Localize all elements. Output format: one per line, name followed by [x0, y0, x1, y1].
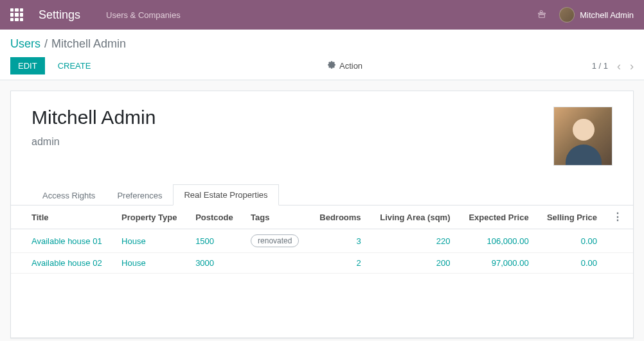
control-panel: Users / Mitchell Admin EDIT CREATE Actio…	[0, 30, 644, 80]
properties-table: Title Property Type Postcode Tags Bedroo…	[11, 205, 633, 338]
kebab-icon[interactable]: ⋮	[613, 211, 623, 222]
table-wrap: Title Property Type Postcode Tags Bedroo…	[11, 205, 633, 338]
col-living-area[interactable]: Living Area (sqm)	[369, 205, 458, 229]
avatar-image[interactable]	[553, 107, 613, 166]
cell-postcode: 1500	[188, 229, 243, 253]
cell-selling: 0.00	[537, 253, 605, 274]
nav-users-companies[interactable]: Users & Companies	[106, 10, 181, 20]
apps-icon[interactable]	[10, 8, 23, 21]
cell-tags	[243, 253, 310, 274]
table-row[interactable]: Available house 02 House 3000 2 200 97,0…	[11, 253, 633, 274]
form-header: Mitchell Admin admin	[11, 107, 633, 176]
tag-renovated: renovated	[251, 234, 299, 247]
gift-icon[interactable]	[537, 10, 546, 21]
cell-area: 200	[369, 253, 458, 274]
pager-text: 1 / 1	[592, 61, 608, 71]
cell-selling: 0.00	[537, 229, 605, 253]
edit-button[interactable]: EDIT	[10, 57, 45, 74]
col-postcode[interactable]: Postcode	[188, 205, 243, 229]
cell-postcode: 3000	[188, 253, 243, 274]
top-navbar: Settings Users & Companies Mitchell Admi…	[0, 0, 644, 30]
cell-bedrooms: 3	[310, 229, 369, 253]
cell-expected: 106,000.00	[458, 229, 537, 253]
col-property-type[interactable]: Property Type	[114, 205, 188, 229]
cell-type[interactable]: House	[114, 229, 188, 253]
pager: 1 / 1 ‹ ›	[592, 60, 634, 72]
action-label: Action	[339, 61, 362, 71]
col-selling-price[interactable]: Selling Price	[537, 205, 605, 229]
user-name-label: Mitchell Admin	[580, 10, 634, 20]
tab-preferences[interactable]: Preferences	[106, 184, 173, 205]
breadcrumb-root[interactable]: Users	[10, 37, 40, 51]
col-expected-price[interactable]: Expected Price	[458, 205, 537, 229]
breadcrumb-separator: /	[44, 37, 48, 51]
action-button[interactable]: Action	[328, 61, 362, 71]
col-title[interactable]: Title	[11, 205, 114, 229]
cell-area: 220	[369, 229, 458, 253]
breadcrumb-current: Mitchell Admin	[51, 37, 126, 51]
tab-access-rights[interactable]: Access Rights	[31, 184, 106, 205]
chevron-left-icon[interactable]: ‹	[617, 60, 621, 72]
user-menu[interactable]: Mitchell Admin	[559, 7, 634, 22]
cell-title[interactable]: Available house 01	[11, 229, 114, 253]
record-subtitle: admin	[31, 136, 553, 148]
breadcrumb: Users / Mitchell Admin	[10, 37, 634, 51]
create-button[interactable]: CREATE	[50, 57, 99, 74]
cell-bedrooms: 2	[310, 253, 369, 274]
col-tags[interactable]: Tags	[243, 205, 310, 229]
chevron-right-icon[interactable]: ›	[630, 60, 634, 72]
tabs: Access Rights Preferences Real Estate Pr…	[11, 184, 633, 205]
cell-title[interactable]: Available house 02	[11, 253, 114, 274]
cell-expected: 97,000.00	[458, 253, 537, 274]
tab-real-estate-properties[interactable]: Real Estate Properties	[173, 184, 278, 205]
avatar-icon	[559, 7, 575, 22]
col-bedrooms[interactable]: Bedrooms	[310, 205, 369, 229]
app-title: Settings	[39, 8, 80, 22]
gear-icon	[328, 61, 335, 71]
record-title: Mitchell Admin	[31, 107, 553, 128]
table-row[interactable]: Available house 01 House 1500 renovated …	[11, 229, 633, 253]
cell-tags: renovated	[243, 229, 310, 253]
cell-type[interactable]: House	[114, 253, 188, 274]
form-sheet: Mitchell Admin admin Access Rights Prefe…	[10, 91, 634, 338]
toolbar: EDIT CREATE Action 1 / 1 ‹ ›	[10, 57, 634, 80]
